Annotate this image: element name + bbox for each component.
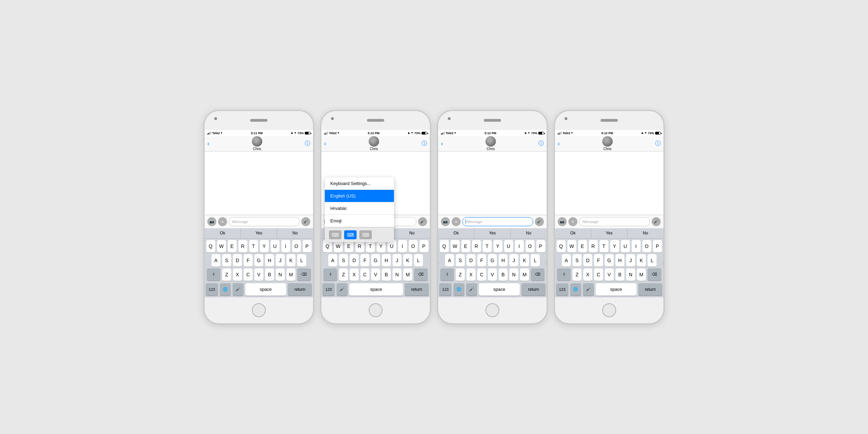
suggestion-no-3[interactable]: No [511, 228, 547, 238]
keyboard-settings-item[interactable]: Keyboard Settings... [325, 177, 394, 190]
kb-icon-1[interactable]: ⌨ [329, 230, 341, 239]
key-n-1[interactable]: N [276, 268, 285, 281]
key-s-2[interactable]: S [339, 254, 348, 267]
key-z-2[interactable]: Z [339, 268, 348, 281]
key-r-1[interactable]: R [238, 240, 247, 252]
space-key-4[interactable]: space [596, 283, 636, 296]
num-key-2[interactable]: 123 [322, 283, 335, 296]
right-arrow-3[interactable]: › [546, 260, 547, 266]
key-p-2[interactable]: P [419, 240, 428, 252]
mic-button-3[interactable]: 🎤 [535, 217, 544, 226]
key-p-3[interactable]: P [536, 240, 545, 252]
camera-button-3[interactable]: 📷 [441, 217, 450, 226]
dictation-key-2[interactable]: 🎤 [337, 283, 348, 296]
key-x-2[interactable]: X [350, 268, 359, 281]
emoji-item[interactable]: Emoji [325, 215, 394, 227]
key-s-1[interactable]: S [222, 254, 231, 267]
key-d-4[interactable]: D [583, 254, 592, 267]
apps-button-4[interactable]: A [568, 217, 577, 226]
delete-key-4[interactable]: ⌫ [648, 268, 661, 281]
key-o-4[interactable]: O [642, 240, 651, 252]
back-button-4[interactable]: ‹ [558, 140, 560, 147]
home-button-4[interactable] [602, 303, 616, 317]
suggestion-ok-4[interactable]: Ok [555, 228, 591, 238]
key-u-1[interactable]: U [271, 240, 280, 252]
back-button-3[interactable]: ‹ [441, 140, 443, 147]
return-key-4[interactable]: return [638, 283, 662, 296]
key-l-3[interactable]: L [531, 254, 540, 267]
key-c-4[interactable]: C [594, 268, 603, 281]
space-key-2[interactable]: space [349, 283, 403, 296]
key-q-1[interactable]: Q [206, 240, 215, 252]
num-key-1[interactable]: 123 [206, 283, 218, 296]
delete-key-3[interactable]: ⌫ [531, 268, 545, 281]
key-w-4[interactable]: W [567, 240, 576, 252]
suggestion-no-1[interactable]: No [277, 228, 313, 238]
info-button-3[interactable]: ⓘ [538, 140, 544, 147]
delete-key-2[interactable]: ⌫ [414, 268, 428, 281]
key-b-3[interactable]: B [499, 268, 508, 281]
message-input-4[interactable]: iMessage [579, 217, 650, 226]
space-key-1[interactable]: space [245, 283, 286, 296]
return-key-1[interactable]: return [288, 283, 312, 296]
left-arrow-3[interactable]: ‹ [438, 260, 439, 266]
shift-key-3[interactable]: ⇧ [440, 268, 454, 281]
shift-key-1[interactable]: ⇧ [207, 268, 220, 281]
key-k-3[interactable]: K [520, 254, 529, 267]
kb-icon-3[interactable]: ⌨ [359, 230, 372, 239]
delete-key-1[interactable]: ⌫ [297, 268, 311, 281]
key-g-4[interactable]: G [605, 254, 614, 267]
key-h-3[interactable]: H [499, 254, 508, 267]
key-m-1[interactable]: M [286, 268, 295, 281]
key-y-3[interactable]: Y [493, 240, 502, 252]
key-c-1[interactable]: C [244, 268, 253, 281]
key-z-1[interactable]: Z [222, 268, 231, 281]
mic-button-4[interactable]: 🎤 [652, 217, 661, 226]
key-x-3[interactable]: X [466, 268, 475, 281]
key-n-3[interactable]: N [509, 268, 518, 281]
message-input-1[interactable]: iMessage [229, 217, 300, 226]
key-f-1[interactable]: F [244, 254, 253, 267]
key-b-2[interactable]: B [382, 268, 391, 281]
key-s-3[interactable]: S [456, 254, 465, 267]
key-t-4[interactable]: T [600, 240, 608, 252]
key-i-3[interactable]: I [515, 240, 524, 252]
key-v-1[interactable]: V [254, 268, 263, 281]
key-t-1[interactable]: T [249, 240, 258, 252]
key-w-1[interactable]: W [217, 240, 226, 252]
kb-icon-2[interactable]: ⌨ [344, 230, 357, 239]
key-v-4[interactable]: V [605, 268, 614, 281]
apps-button-3[interactable]: A [452, 217, 461, 226]
globe-key-4[interactable]: 🌐 [570, 283, 581, 296]
space-key-3[interactable]: space [479, 283, 520, 296]
mic-button-2[interactable]: 🎤 [418, 217, 427, 226]
key-f-4[interactable]: F [594, 254, 603, 267]
key-p-1[interactable]: P [303, 240, 312, 252]
key-q-3[interactable]: Q [440, 240, 449, 252]
shift-key-4[interactable]: ⇧ [557, 268, 571, 281]
mic-button-1[interactable]: 🎤 [301, 217, 310, 226]
globe-key-3[interactable]: 🌐 [453, 283, 464, 296]
suggestion-ok-3[interactable]: Ok [438, 228, 474, 238]
key-d-3[interactable]: D [466, 254, 475, 267]
home-button-3[interactable] [485, 303, 499, 317]
key-y-4[interactable]: Y [610, 240, 619, 252]
key-s-4[interactable]: S [573, 254, 582, 267]
info-button-4[interactable]: ⓘ [655, 140, 661, 147]
num-key-4[interactable]: 123 [556, 283, 568, 296]
key-h-4[interactable]: H [615, 254, 624, 267]
dictation-key-1[interactable]: 🎤 [233, 283, 244, 296]
key-n-4[interactable]: N [626, 268, 635, 281]
key-e-3[interactable]: E [461, 240, 470, 252]
key-v-2[interactable]: V [371, 268, 380, 281]
suggestion-yes-4[interactable]: Yes [591, 228, 628, 238]
return-key-2[interactable]: return [405, 283, 429, 296]
key-p-4[interactable]: P [653, 240, 662, 252]
suggestion-ok-1[interactable]: Ok [205, 228, 241, 238]
nav-center-1[interactable]: Chris [252, 136, 262, 151]
nav-center-3[interactable]: Chris [485, 136, 496, 151]
info-button-2[interactable]: ⓘ [422, 140, 427, 147]
key-e-4[interactable]: E [578, 240, 587, 252]
apps-button-1[interactable]: A [218, 217, 227, 226]
key-z-4[interactable]: Z [573, 268, 582, 281]
